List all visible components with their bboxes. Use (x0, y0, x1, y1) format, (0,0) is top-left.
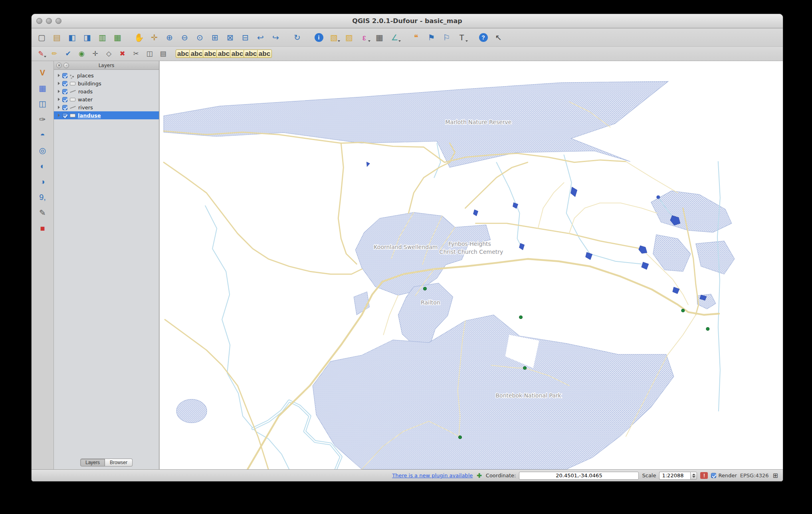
pan-map-button[interactable]: ✋ (132, 31, 146, 44)
zoom-next-icon: ↪ (272, 34, 279, 42)
rotate-label-button[interactable]: abc (245, 48, 257, 59)
remove-layer-button[interactable]: ■ (36, 221, 50, 235)
new-shapefile-layer-button[interactable]: ✎ (36, 206, 50, 219)
map-canvas[interactable]: Marloth Nature Reserve Koornland Swellen… (159, 61, 783, 469)
delete-selected-button[interactable]: ✖ (116, 48, 129, 59)
add-wfs-layer-button[interactable]: ◑ (36, 175, 50, 188)
help-button[interactable]: ? (476, 31, 490, 44)
zoom-native-button[interactable]: ⊙ (193, 31, 207, 44)
title-bar[interactable]: QGIS 2.0.1-Dufour - basic_map (32, 14, 783, 28)
labeling-button[interactable]: abc (177, 48, 189, 59)
measure-button[interactable]: ∠ (388, 31, 402, 44)
zoom-to-layer-button[interactable]: ⊟ (238, 31, 252, 44)
layer-visibility-checkbox[interactable] (62, 81, 67, 86)
add-spatialite-layer-button[interactable]: ✑ (36, 113, 50, 126)
new-composer-button[interactable]: ▥ (95, 31, 109, 44)
disclosure-arrow-icon[interactable] (58, 82, 60, 85)
layer-row-roads[interactable]: roads (54, 87, 159, 95)
layer-row-places[interactable]: places (54, 71, 159, 79)
zoom-in-button[interactable]: ⊕ (162, 31, 176, 44)
add-delimited-text-button[interactable]: 9, (36, 190, 50, 204)
zoom-last-button[interactable]: ↩ (254, 31, 267, 44)
crs-status-text[interactable]: EPSG:4326 (740, 472, 769, 478)
highlight-labels-button[interactable]: abc (218, 48, 230, 59)
new-project-button[interactable]: ▢ (35, 31, 49, 44)
add-postgis-layer-button[interactable]: ◫ (36, 97, 50, 111)
zoom-window-button[interactable] (55, 18, 61, 24)
zoom-full-button[interactable]: ⊞ (208, 31, 222, 44)
save-project-as-button[interactable]: ◨ (80, 31, 94, 44)
polygon-layer-symbol-icon (70, 114, 75, 117)
copy-features-button[interactable]: ◫ (143, 48, 156, 59)
run-feature-action-button[interactable]: ε (357, 31, 371, 44)
paste-features-button[interactable]: ▤ (157, 48, 169, 59)
identify-icon: i (315, 33, 323, 42)
deselect-features-button[interactable]: ▨ (342, 31, 356, 44)
road-path (569, 203, 657, 233)
node-tool-button[interactable]: ◇ (103, 48, 115, 59)
tab-browser[interactable]: Browser (105, 459, 133, 467)
layer-visibility-checkbox[interactable] (62, 73, 67, 78)
pan-to-selection-button[interactable]: ✛ (147, 31, 161, 44)
layer-visibility-checkbox[interactable] (62, 113, 67, 118)
add-feature-icon: ◉ (79, 50, 85, 57)
disclosure-arrow-icon[interactable] (58, 98, 60, 101)
save-layer-edits-button[interactable]: ✔ (62, 48, 74, 59)
layer-row-water[interactable]: water (54, 95, 159, 103)
move-label-button[interactable]: abc (231, 48, 244, 59)
disclosure-arrow-icon[interactable] (58, 106, 60, 109)
label-settings-button[interactable]: abc (190, 48, 203, 59)
move-feature-button[interactable]: ✛ (89, 48, 101, 59)
pin-label-button[interactable]: abc (204, 48, 216, 59)
current-edits-button[interactable]: ✎ (35, 48, 47, 59)
crs-status-icon[interactable]: ⊞ (772, 472, 779, 479)
layer-visibility-checkbox[interactable] (62, 89, 67, 94)
scale-stepper[interactable] (690, 472, 697, 480)
zoom-next-button[interactable]: ↪ (269, 31, 283, 44)
float-panel-button[interactable]: ▫ (63, 63, 69, 68)
layer-row-landuse[interactable]: landuse (54, 111, 159, 119)
add-wcs-layer-button[interactable]: ◐ (36, 159, 50, 173)
tab-layers[interactable]: Layers (80, 459, 105, 467)
log-messages-icon[interactable]: ! (700, 472, 708, 479)
show-bookmarks-button[interactable]: ⚐ (440, 31, 454, 44)
zoom-out-button[interactable]: ⊖ (178, 31, 192, 44)
disclosure-arrow-icon[interactable] (58, 114, 60, 117)
minimize-window-button[interactable] (46, 18, 52, 24)
layer-visibility-checkbox[interactable] (62, 97, 67, 102)
open-project-button[interactable]: ▤ (50, 31, 64, 44)
new-plugin-link[interactable]: There is a new plugin available (392, 472, 473, 478)
add-mssql-layer-button[interactable]: ◓ (36, 128, 50, 142)
coordinate-input[interactable] (519, 472, 639, 480)
select-features-button[interactable]: ▧ (327, 31, 341, 44)
text-annotation-button[interactable]: T (455, 31, 469, 44)
add-raster-layer-button[interactable]: ▦ (36, 81, 50, 95)
map-tips-button[interactable]: ❝ (409, 31, 423, 44)
open-attribute-table-button[interactable]: ▦ (372, 31, 386, 44)
save-project-button[interactable]: ◧ (65, 31, 79, 44)
close-panel-button[interactable]: ✕ (56, 63, 62, 68)
add-wms-layer-button[interactable]: ◎ (36, 144, 50, 157)
add-feature-button[interactable]: ◉ (75, 48, 88, 59)
whats-this-button[interactable]: ↖ (491, 31, 505, 44)
scale-input[interactable] (659, 472, 690, 480)
refresh-map-button[interactable]: ↻ (290, 31, 304, 44)
zoom-selection-icon: ⊠ (227, 34, 234, 42)
disclosure-arrow-icon[interactable] (58, 90, 60, 93)
zoom-to-selection-button[interactable]: ⊠ (223, 31, 237, 44)
new-bookmark-button[interactable]: ⚑ (424, 31, 438, 44)
layer-row-rivers[interactable]: rivers (54, 103, 159, 111)
add-wcs-layer-icon: ◐ (40, 162, 45, 170)
layer-visibility-checkbox[interactable] (62, 105, 67, 110)
close-window-button[interactable] (36, 18, 42, 24)
plugin-icon[interactable]: ✚ (476, 472, 483, 479)
cut-features-button[interactable]: ✂ (130, 48, 142, 59)
identify-features-button[interactable]: i (312, 31, 326, 44)
composer-manager-button[interactable]: ▦ (111, 31, 125, 44)
change-label-button[interactable]: abc (258, 48, 271, 59)
toggle-editing-button[interactable]: ✏ (48, 48, 61, 59)
render-checkbox[interactable] (711, 473, 716, 478)
disclosure-arrow-icon[interactable] (58, 74, 60, 77)
add-vector-layer-button[interactable]: V (36, 66, 50, 79)
layer-row-buildings[interactable]: buildings (54, 79, 159, 87)
